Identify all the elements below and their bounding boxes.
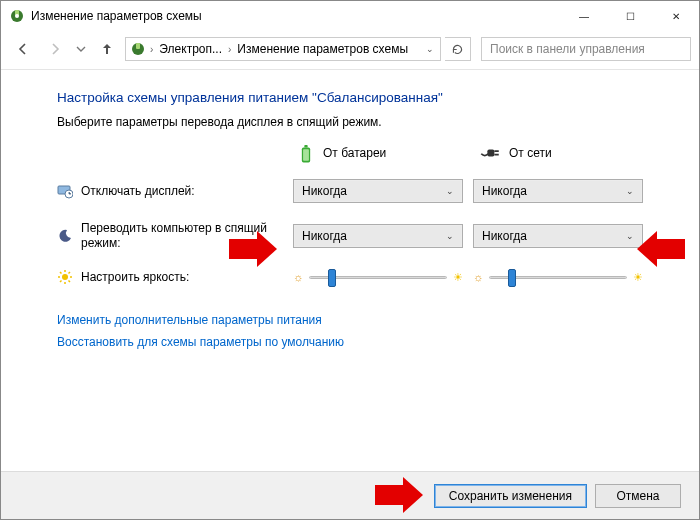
recent-locations-button[interactable] bbox=[73, 35, 89, 63]
svg-rect-10 bbox=[494, 154, 498, 156]
row-sleep-label: Переводить компьютер в спящий режим: bbox=[81, 221, 271, 251]
combo-value: Никогда bbox=[302, 184, 347, 198]
breadcrumb-current[interactable]: Изменение параметров схемы bbox=[235, 42, 410, 56]
svg-rect-9 bbox=[494, 150, 498, 152]
svg-line-19 bbox=[69, 281, 71, 283]
minimize-button[interactable]: — bbox=[561, 1, 607, 31]
content-area: Настройка схемы управления питанием "Сба… bbox=[1, 70, 699, 349]
forward-button[interactable] bbox=[41, 35, 69, 63]
sleep-battery-combo[interactable]: Никогда ⌄ bbox=[293, 224, 463, 248]
maximize-button[interactable]: ☐ bbox=[607, 1, 653, 31]
brightness-ac-slider[interactable]: ☼ ☀ bbox=[473, 270, 643, 284]
address-dropdown-button[interactable]: ⌄ bbox=[422, 44, 438, 54]
page-heading: Настройка схемы управления питанием "Сба… bbox=[57, 90, 671, 105]
save-button-label: Сохранить изменения bbox=[449, 489, 572, 503]
back-button[interactable] bbox=[9, 35, 37, 63]
up-button[interactable] bbox=[93, 35, 121, 63]
brightness-battery-slider[interactable]: ☼ ☀ bbox=[293, 270, 463, 284]
sun-icon bbox=[57, 269, 73, 285]
chevron-down-icon: ⌄ bbox=[446, 231, 454, 241]
chevron-down-icon: ⌄ bbox=[626, 231, 634, 241]
display-off-ac-combo[interactable]: Никогда ⌄ bbox=[473, 179, 643, 203]
svg-rect-7 bbox=[303, 149, 309, 161]
title-bar: Изменение параметров схемы — ☐ ✕ bbox=[1, 1, 699, 31]
search-input[interactable] bbox=[488, 41, 684, 57]
links-section: Изменить дополнительные параметры питани… bbox=[57, 313, 671, 349]
sun-bright-icon: ☀ bbox=[633, 271, 643, 284]
battery-icon bbox=[299, 145, 315, 161]
restore-defaults-link[interactable]: Восстановить для схемы параметры по умол… bbox=[57, 335, 671, 349]
refresh-button[interactable] bbox=[445, 37, 471, 61]
monitor-clock-icon bbox=[57, 183, 73, 199]
svg-rect-6 bbox=[304, 145, 307, 148]
row-brightness-label: Настроить яркость: bbox=[81, 270, 189, 285]
window-controls: — ☐ ✕ bbox=[561, 1, 699, 31]
column-header-ac-label: От сети bbox=[509, 146, 552, 160]
power-options-icon bbox=[130, 41, 146, 57]
svg-line-21 bbox=[69, 272, 71, 274]
sleep-ac-combo[interactable]: Никогда ⌄ bbox=[473, 224, 643, 248]
display-off-battery-combo[interactable]: Никогда ⌄ bbox=[293, 179, 463, 203]
advanced-settings-link[interactable]: Изменить дополнительные параметры питани… bbox=[57, 313, 671, 327]
combo-value: Никогда bbox=[482, 184, 527, 198]
column-header-battery-label: От батареи bbox=[323, 146, 386, 160]
sun-dim-icon: ☼ bbox=[293, 271, 303, 283]
settings-grid: От батареи От сети Отключать дисплей: Ни… bbox=[57, 145, 671, 285]
chevron-down-icon: ⌄ bbox=[446, 186, 454, 196]
nav-bar: › Электроп... › Изменение параметров схе… bbox=[1, 31, 699, 67]
close-button[interactable]: ✕ bbox=[653, 1, 699, 31]
cancel-button-label: Отмена bbox=[616, 489, 659, 503]
address-bar[interactable]: › Электроп... › Изменение параметров схе… bbox=[125, 37, 441, 61]
footer: Сохранить изменения Отмена bbox=[1, 471, 699, 519]
chevron-down-icon: ⌄ bbox=[626, 186, 634, 196]
row-display-off-label: Отключать дисплей: bbox=[81, 184, 195, 199]
moon-icon bbox=[57, 228, 73, 244]
ac-plug-icon bbox=[479, 145, 501, 161]
svg-rect-8 bbox=[487, 149, 494, 156]
sun-bright-icon: ☀ bbox=[453, 271, 463, 284]
slider-track[interactable] bbox=[489, 270, 627, 284]
row-display-off: Отключать дисплей: bbox=[57, 183, 283, 199]
svg-point-13 bbox=[62, 274, 68, 280]
combo-value: Никогда bbox=[482, 229, 527, 243]
svg-line-18 bbox=[60, 272, 62, 274]
column-header-battery: От батареи bbox=[293, 145, 463, 161]
page-subtext: Выберите параметры перевода дисплея в сп… bbox=[57, 115, 671, 129]
app-icon bbox=[9, 8, 25, 24]
chevron-right-icon: › bbox=[148, 44, 155, 55]
window-title: Изменение параметров схемы bbox=[25, 9, 561, 23]
svg-line-20 bbox=[60, 281, 62, 283]
breadcrumb-parent[interactable]: Электроп... bbox=[157, 42, 224, 56]
svg-rect-4 bbox=[136, 43, 140, 49]
slider-track[interactable] bbox=[309, 270, 447, 284]
sun-dim-icon: ☼ bbox=[473, 271, 483, 283]
cancel-button[interactable]: Отмена bbox=[595, 484, 681, 508]
chevron-right-icon: › bbox=[226, 44, 233, 55]
search-box[interactable] bbox=[481, 37, 691, 61]
save-button[interactable]: Сохранить изменения bbox=[434, 484, 587, 508]
row-sleep: Переводить компьютер в спящий режим: bbox=[57, 221, 283, 251]
row-brightness: Настроить яркость: bbox=[57, 269, 283, 285]
combo-value: Никогда bbox=[302, 229, 347, 243]
column-header-ac: От сети bbox=[473, 145, 643, 161]
svg-point-2 bbox=[15, 14, 19, 18]
